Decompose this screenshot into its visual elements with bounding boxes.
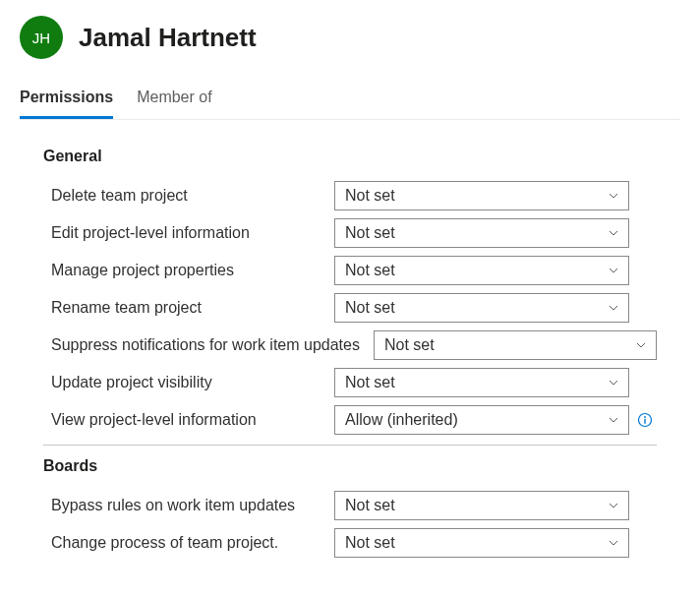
perm-dropdown-update-project-visibility[interactable]: Not set [334,368,629,397]
perm-row: Update project visibility Not set [43,364,657,401]
chevron-down-icon [607,189,620,203]
perm-label-bypass-rules: Bypass rules on work item updates [43,497,326,514]
chevron-down-icon [607,536,620,550]
perm-row: Change process of team project. Not set [43,524,657,562]
perm-value: Not set [345,187,395,205]
chevron-down-icon [634,338,648,352]
perm-label-delete-team-project: Delete team project [43,187,326,205]
svg-point-1 [644,416,646,418]
perm-dropdown-manage-project-properties[interactable]: Not set [334,256,629,285]
perm-label-manage-project-properties: Manage project properties [43,262,326,279]
section-title-boards: Boards [43,457,657,475]
page-header: JH Jamal Hartnett [20,16,680,59]
perm-dropdown-view-project-level-information[interactable]: Allow (inherited) [334,405,629,435]
info-icon[interactable] [637,412,653,428]
chevron-down-icon [607,376,620,389]
page-title: Jamal Hartnett [79,23,257,53]
perm-label-rename-team-project: Rename team project [43,299,326,317]
avatar: JH [20,16,63,59]
chevron-down-icon [607,413,620,427]
perm-dropdown-suppress-notifications[interactable]: Not set [374,330,657,360]
tab-member-of[interactable]: Member of [137,83,211,119]
perm-value: Not set [384,336,435,354]
perm-dropdown-change-process[interactable]: Not set [334,528,629,558]
perm-dropdown-delete-team-project[interactable]: Not set [334,181,629,210]
chevron-down-icon [607,499,620,512]
perm-dropdown-rename-team-project[interactable]: Not set [334,293,629,323]
perm-label-view-project-level-information: View project-level information [43,411,326,429]
perm-dropdown-bypass-rules[interactable]: Not set [334,491,629,520]
perm-dropdown-edit-project-level-information[interactable]: Not set [334,218,629,248]
section-title-general: General [43,148,657,165]
permissions-panel: General Delete team project Not set Edit… [20,119,680,567]
chevron-down-icon [607,301,620,315]
svg-rect-2 [644,419,645,424]
perm-row: Rename team project Not set [43,289,657,327]
tabs: Permissions Member of [20,83,680,119]
perm-row: Bypass rules on work item updates Not se… [43,487,657,524]
perm-row: View project-level information Allow (in… [43,401,657,439]
perm-value: Not set [345,534,395,552]
chevron-down-icon [607,264,620,277]
perm-value: Not set [345,497,395,514]
perm-label-suppress-notifications: Suppress notifications for work item upd… [43,336,366,354]
perm-row: Suppress notifications for work item upd… [43,327,657,364]
permission-section-general: Delete team project Not set Edit project… [43,177,657,446]
perm-row: Delete team project Not set [43,177,657,214]
perm-row: Edit project-level information Not set [43,214,657,252]
perm-label-edit-project-level-information: Edit project-level information [43,224,326,242]
perm-value: Not set [345,299,395,317]
perm-value: Not set [345,224,395,242]
chevron-down-icon [607,226,620,240]
perm-value: Not set [345,262,395,279]
perm-value: Not set [345,374,395,391]
perm-value: Allow (inherited) [345,411,458,429]
perm-label-update-project-visibility: Update project visibility [43,374,326,391]
permission-section-boards: Bypass rules on work item updates Not se… [43,487,657,567]
perm-label-change-process: Change process of team project. [43,534,326,552]
tab-permissions[interactable]: Permissions [20,83,113,119]
perm-row: Manage project properties Not set [43,252,657,289]
